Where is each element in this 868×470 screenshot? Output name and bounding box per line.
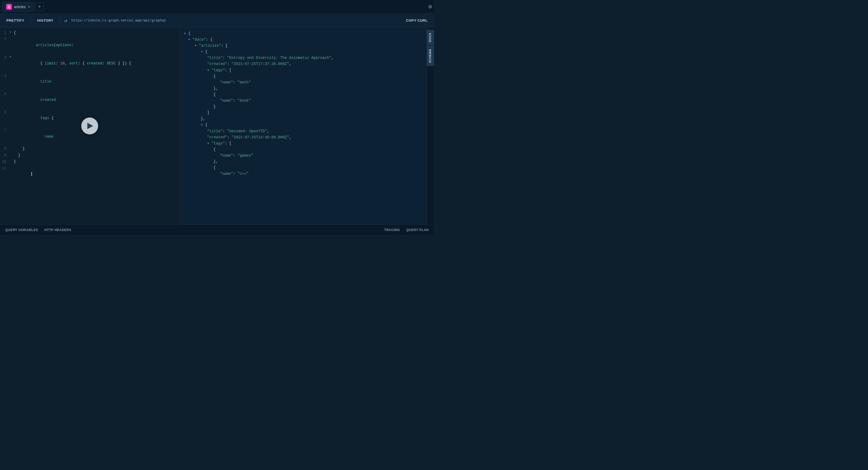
json-line: ▾ {	[184, 49, 423, 55]
main-content: 1 ▾ { 2 articles(options: 3 ▾ { limit: 1…	[0, 27, 434, 225]
tab-bar: Q articles × + ⚙	[0, 0, 434, 14]
json-line: ▾ {	[184, 31, 423, 37]
code-content: {	[14, 30, 179, 36]
line-number: 3	[0, 55, 9, 60]
side-panel: DOCS SCHEMA	[427, 27, 434, 225]
query-variables-button[interactable]: QUERY VARIABLES	[5, 228, 38, 232]
url-input[interactable]	[71, 19, 400, 23]
json-line: "created": "2021-07-25T17:37:26.000Z",	[184, 61, 423, 67]
line-number: 1	[0, 30, 9, 36]
play-button-container	[81, 117, 98, 135]
json-line: "name": "games"	[184, 153, 423, 159]
json-line: ▾ "tags": [	[184, 141, 423, 147]
code-line-8: 8 }	[0, 146, 179, 152]
json-line: "title": "Decoded: OpenTTD",	[184, 128, 423, 135]
code-line-3: 3 ▾ { limit: 10, sort: { created: DESC }…	[0, 54, 179, 72]
play-icon	[87, 123, 93, 129]
json-line: },	[184, 86, 423, 92]
json-line: "name": "book"	[184, 98, 423, 104]
code-content	[14, 165, 179, 183]
history-button[interactable]: HISTORY	[35, 18, 56, 24]
code-content: title	[14, 73, 179, 91]
prettify-button[interactable]: PRETTIFY	[4, 18, 26, 24]
code-content: }	[14, 159, 179, 165]
json-line: "title": "Entropy and Diversity: The Axi…	[184, 55, 423, 61]
json-line: ▾ "articles": [	[184, 43, 423, 49]
json-result: ▾ { ▾ "data": { ▾ "articles": [ ▾ { "tit…	[180, 30, 427, 178]
json-line: {	[184, 92, 423, 98]
toolbar: PRETTIFY HISTORY ↺ COPY CURL	[0, 14, 434, 27]
json-line: ▾ "tags": [	[184, 67, 423, 74]
json-line: "name": "c++"	[184, 171, 423, 177]
new-tab-button[interactable]: +	[35, 3, 44, 11]
line-number: 8	[0, 146, 9, 152]
code-content: { limit: 10, sort: { created: DESC } }) …	[14, 55, 179, 72]
code-content: }	[14, 146, 179, 152]
json-line: {	[184, 165, 423, 171]
bottom-bar: QUERY VARIABLES HTTP HEADERS TRACING QUE…	[0, 225, 434, 235]
tracing-button[interactable]: TRACING	[384, 228, 400, 232]
code-line-10: 10 }	[0, 158, 179, 165]
run-query-button[interactable]	[81, 117, 98, 135]
code-content: articles(options:	[14, 36, 179, 54]
code-content: }	[14, 152, 179, 158]
schema-button[interactable]: SCHEMA	[427, 46, 434, 66]
line-number: 10	[0, 159, 9, 165]
toolbar-divider-2	[60, 17, 60, 24]
json-line: ▾ "data": {	[184, 37, 423, 43]
json-line: "created": "2021-07-25T14:48:09.000Z",	[184, 135, 423, 141]
code-line-9: 9 }	[0, 152, 179, 158]
collapse-arrow[interactable]: ▾	[9, 30, 14, 35]
json-line: }	[184, 104, 423, 110]
line-number: 11	[0, 165, 9, 171]
line-number: 4	[0, 73, 9, 79]
tab-close-button[interactable]: ×	[28, 4, 30, 9]
copy-curl-button[interactable]: COPY CURL	[404, 18, 430, 24]
result-panel[interactable]: ▾ { ▾ "data": { ▾ "articles": [ ▾ { "tit…	[179, 27, 427, 225]
json-line: {	[184, 74, 423, 80]
json-line: {	[184, 147, 423, 153]
json-line: ]	[184, 110, 423, 116]
json-line: },	[184, 159, 423, 165]
code-line-5: 5 created	[0, 91, 179, 109]
line-number: 5	[0, 91, 9, 97]
settings-icon[interactable]: ⚙	[429, 3, 432, 10]
collapse-arrow[interactable]: ▾	[9, 55, 14, 60]
json-line: ▾ {	[184, 122, 423, 128]
line-number: 9	[0, 152, 9, 158]
http-headers-button[interactable]: HTTP HEADERS	[44, 228, 71, 232]
code-content: created	[14, 91, 179, 109]
bottom-right-actions: TRACING QUERY PLAN	[384, 228, 429, 232]
code-line-1: 1 ▾ {	[0, 30, 179, 36]
json-line: },	[184, 116, 423, 122]
code-line-2: 2 articles(options:	[0, 36, 179, 54]
query-plan-button[interactable]: QUERY PLAN	[406, 228, 429, 232]
code-line-11: 11	[0, 165, 179, 183]
articles-tab[interactable]: Q articles ×	[2, 2, 34, 11]
line-number: 2	[0, 36, 9, 42]
bottom-left-actions: QUERY VARIABLES HTTP HEADERS	[5, 228, 71, 232]
line-number: 6	[0, 109, 9, 115]
refresh-icon[interactable]: ↺	[64, 18, 67, 24]
tab-list: Q articles × +	[2, 2, 44, 11]
tab-logo: Q	[6, 4, 12, 10]
json-line: "name": "math"	[184, 80, 423, 86]
docs-button[interactable]: DOCS	[427, 30, 434, 45]
code-line-4: 4 title	[0, 72, 179, 91]
tab-title: articles	[14, 5, 26, 9]
editor-panel[interactable]: 1 ▾ { 2 articles(options: 3 ▾ { limit: 1…	[0, 27, 179, 225]
line-number: 7	[0, 127, 9, 133]
toolbar-divider	[31, 17, 31, 24]
